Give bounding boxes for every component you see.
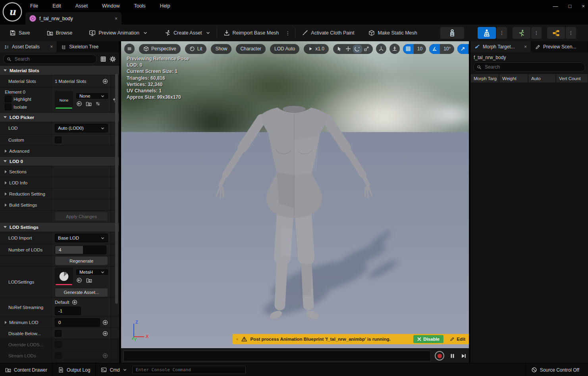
lod-auto-dropdown[interactable]: LOD Auto bbox=[270, 44, 299, 54]
noref-streaming-input[interactable]: -1 bbox=[55, 307, 81, 315]
tab-close-icon[interactable]: × bbox=[50, 44, 53, 50]
row-lod-info[interactable]: LOD Info bbox=[0, 177, 119, 188]
isolate-checkbox[interactable] bbox=[5, 104, 12, 110]
lodsettings-select[interactable]: MetaH bbox=[76, 269, 108, 275]
menu-help[interactable]: Help bbox=[154, 2, 176, 10]
material-thumbnail[interactable]: None bbox=[55, 91, 73, 109]
tab-skeleton-tree[interactable]: Skeleton Tree bbox=[57, 41, 119, 52]
row-reduction-settings[interactable]: Reduction Setting bbox=[0, 188, 119, 200]
playback-speed-button[interactable]: x1.0 bbox=[304, 44, 329, 54]
column-morph-target[interactable]: Morph Targ bbox=[471, 74, 499, 82]
use-selected-asset-icon[interactable] bbox=[76, 101, 82, 107]
scale-tool-button[interactable] bbox=[362, 45, 371, 53]
column-auto[interactable]: Auto bbox=[528, 74, 555, 82]
regenerate-button[interactable]: Regenerate bbox=[55, 256, 108, 265]
details-search-input[interactable] bbox=[14, 56, 93, 62]
record-button[interactable] bbox=[435, 351, 444, 361]
tab-close-icon[interactable]: × bbox=[524, 44, 527, 50]
mesh-editor-button[interactable] bbox=[478, 27, 496, 39]
scale-snap-control[interactable]: 0.25 bbox=[457, 44, 469, 54]
rotate-tool-button[interactable] bbox=[353, 45, 362, 53]
save-button[interactable]: Save bbox=[6, 27, 34, 39]
coordinate-system-button[interactable] bbox=[376, 44, 386, 54]
add-per-platform-icon[interactable] bbox=[102, 320, 108, 325]
browse-to-asset-icon[interactable] bbox=[86, 101, 92, 107]
row-build-settings[interactable]: Build Settings bbox=[0, 200, 119, 211]
display-mode-icon[interactable] bbox=[100, 56, 106, 62]
animation-editor-button[interactable] bbox=[513, 27, 530, 39]
menu-file[interactable]: File bbox=[25, 2, 44, 10]
console-command-input[interactable] bbox=[132, 366, 246, 374]
menu-edit[interactable]: Edit bbox=[47, 2, 67, 10]
cmd-selector[interactable]: Cmd bbox=[96, 363, 132, 376]
source-control-button[interactable]: Source Control Off bbox=[526, 363, 588, 376]
number-of-lods-input[interactable]: 4 bbox=[55, 246, 106, 254]
row-sections[interactable]: Sections bbox=[0, 166, 119, 177]
checker-icon[interactable] bbox=[95, 101, 100, 106]
tab-morph-targets[interactable]: Morph Target... × bbox=[470, 41, 531, 52]
section-lod-settings[interactable]: LOD Settings bbox=[0, 223, 119, 232]
menu-asset[interactable]: Asset bbox=[70, 2, 93, 10]
document-tab[interactable]: f_tal_nrw_body × bbox=[25, 12, 121, 25]
surface-snapping-button[interactable] bbox=[389, 44, 400, 54]
pause-button[interactable] bbox=[449, 353, 455, 359]
section-lod0[interactable]: LOD 0 bbox=[0, 157, 119, 166]
row-advanced[interactable]: Advanced bbox=[0, 146, 119, 157]
select-tool-button[interactable] bbox=[335, 45, 344, 53]
blueprint-editor-button[interactable] bbox=[547, 27, 565, 39]
make-static-mesh-button[interactable]: Make Static Mesh bbox=[364, 27, 421, 39]
skeleton-editor-button[interactable] bbox=[440, 27, 464, 39]
add-per-platform-icon[interactable] bbox=[102, 353, 108, 359]
content-drawer-button[interactable]: Content Drawer bbox=[0, 363, 52, 376]
morph-table-body[interactable] bbox=[470, 121, 588, 363]
edit-postprocess-button[interactable]: Edit bbox=[447, 337, 468, 341]
menu-window[interactable]: Window bbox=[96, 2, 125, 10]
stream-lods-checkbox[interactable] bbox=[55, 352, 62, 359]
add-material-slot-icon[interactable] bbox=[102, 79, 108, 84]
details-scrollbar[interactable] bbox=[115, 74, 118, 304]
minimum-lod-input[interactable]: 0 bbox=[55, 318, 100, 327]
show-dropdown[interactable]: Show bbox=[211, 44, 231, 54]
morph-search[interactable] bbox=[473, 62, 585, 72]
lod-import-select[interactable]: Base LOD bbox=[55, 234, 108, 242]
output-log-button[interactable]: Output Log bbox=[53, 363, 95, 376]
browse-to-asset-icon[interactable] bbox=[86, 277, 92, 283]
section-material-slots[interactable]: Material Slots bbox=[0, 66, 119, 75]
add-override-icon[interactable] bbox=[72, 299, 77, 305]
minimize-button[interactable]: — bbox=[553, 3, 558, 9]
apply-changes-button[interactable]: Apply Changes bbox=[55, 212, 108, 221]
disable-below-checkbox[interactable] bbox=[55, 330, 62, 337]
add-per-platform-icon[interactable] bbox=[102, 331, 108, 336]
override-lods-checkbox[interactable] bbox=[55, 341, 62, 348]
grid-snap-control[interactable]: 10 bbox=[403, 44, 426, 54]
timeline-scrubber[interactable] bbox=[123, 351, 431, 361]
preview-viewport[interactable]: Perspective Lit Show Character LOD Auto … bbox=[121, 41, 469, 348]
menu-tools[interactable]: Tools bbox=[128, 2, 151, 10]
tab-close-icon[interactable]: × bbox=[115, 16, 118, 21]
material-select[interactable]: None bbox=[76, 93, 108, 99]
rotation-snap-control[interactable]: 10° bbox=[429, 44, 454, 54]
translate-tool-button[interactable] bbox=[344, 45, 353, 53]
highlight-checkbox[interactable] bbox=[5, 96, 12, 102]
morph-search-input[interactable] bbox=[484, 64, 582, 70]
reimport-options-kebab[interactable]: ⋮ bbox=[283, 30, 293, 36]
preview-animation-button[interactable]: Preview Animation bbox=[85, 27, 152, 39]
column-vert-count[interactable]: Vert Count bbox=[556, 74, 588, 82]
perspective-dropdown[interactable]: Perspective bbox=[139, 44, 181, 54]
viewport-menu-button[interactable] bbox=[124, 44, 135, 54]
mesh-editor-kebab[interactable]: ⋮ bbox=[497, 27, 507, 39]
maximize-button[interactable]: □ bbox=[569, 3, 572, 9]
column-weight[interactable]: Weight bbox=[499, 74, 528, 82]
close-button[interactable]: × bbox=[582, 3, 585, 9]
blueprint-editor-kebab[interactable]: ⋮ bbox=[566, 27, 576, 39]
reimport-base-mesh-button[interactable]: Reimport Base Mesh bbox=[220, 27, 283, 39]
create-asset-button[interactable]: Create Asset bbox=[160, 27, 214, 39]
disable-postprocess-button[interactable]: Disable bbox=[413, 335, 443, 343]
section-lod-picker[interactable]: LOD Picker bbox=[0, 113, 119, 122]
use-selected-asset-icon[interactable] bbox=[76, 277, 82, 283]
browse-button[interactable]: Browse bbox=[43, 27, 77, 39]
lit-mode-dropdown[interactable]: Lit bbox=[185, 44, 207, 54]
lodsettings-thumbnail[interactable] bbox=[55, 267, 73, 286]
animation-editor-kebab[interactable]: ⋮ bbox=[531, 27, 542, 39]
generate-asset-button[interactable]: Generate Asset... bbox=[55, 288, 108, 297]
